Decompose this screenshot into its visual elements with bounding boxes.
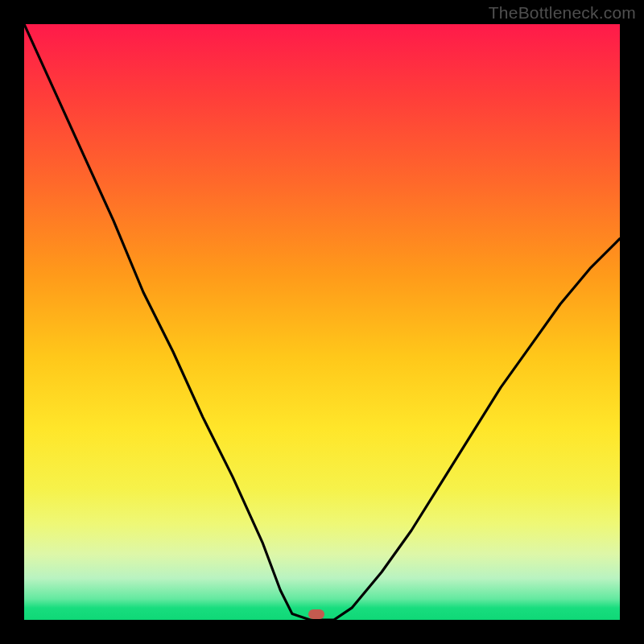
plot-area: [24, 24, 620, 620]
chart-frame: TheBottleneck.com: [0, 0, 644, 644]
watermark-text: TheBottleneck.com: [489, 3, 636, 23]
curve-line: [24, 24, 620, 620]
bottleneck-marker: [308, 609, 324, 619]
curve-svg: [24, 24, 620, 620]
